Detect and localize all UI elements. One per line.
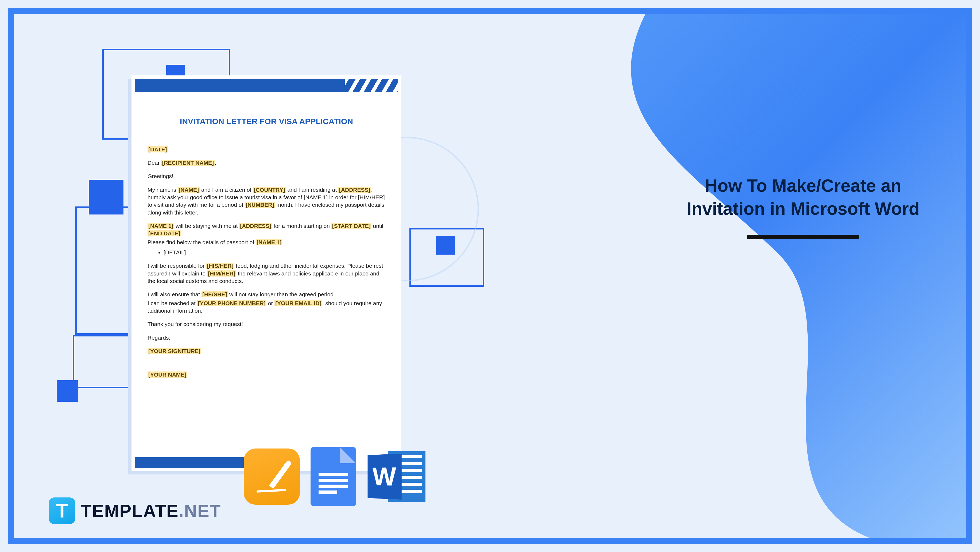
- title-underline: [747, 235, 859, 239]
- page-title-area: How To Make/Create an Invitation in Micr…: [683, 174, 923, 239]
- wave-background: [405, 14, 966, 544]
- brand-icon: T: [49, 498, 75, 524]
- doc-body: INVITATION LETTER FOR VISA APPLICATION […: [132, 92, 401, 395]
- paragraph-1: My name is [NAME] and I am a citizen of …: [148, 186, 385, 216]
- google-docs-icon: [310, 447, 356, 506]
- paragraph-5: I will also ensure that [HE/SHE] will no…: [148, 291, 385, 298]
- paragraph-2: [NAME 1] will be staying with me at [ADD…: [148, 222, 385, 238]
- thanks-line: Thank you for considering my request!: [148, 321, 385, 328]
- word-letter: W: [368, 453, 401, 499]
- doc-footer-bar: [135, 457, 252, 468]
- greeting: Greetings!: [148, 172, 385, 180]
- signature-field: [YOUR SIGNITURE]: [148, 348, 201, 354]
- detail-item: [DETAIL]: [164, 249, 385, 256]
- brand-text: TEMPLATE.NET: [81, 501, 221, 521]
- date-field: [DATE]: [148, 146, 168, 152]
- paragraph-3: Please find below the details of passpor…: [148, 239, 385, 246]
- dear-label: Dear: [148, 160, 160, 166]
- doc-header-bar: [135, 79, 398, 92]
- app-icon-row: W: [244, 447, 425, 506]
- detail-list: [DETAIL]: [164, 249, 385, 256]
- doc-title: INVITATION LETTER FOR VISA APPLICATION: [148, 116, 385, 127]
- regards-line: Regards,: [148, 334, 385, 341]
- recipient-field: [RECIPIENT NAME]: [161, 160, 215, 166]
- apple-pages-icon: [244, 448, 300, 505]
- your-name-field: [YOUR NAME]: [148, 372, 187, 378]
- document-preview: INVITATION LETTER FOR VISA APPLICATION […: [132, 75, 401, 471]
- page-title: How To Make/Create an Invitation in Micr…: [683, 174, 923, 220]
- main-frame: INVITATION LETTER FOR VISA APPLICATION […: [8, 8, 972, 544]
- docs-lines: [318, 473, 348, 496]
- brand-logo: T TEMPLATE.NET: [49, 498, 221, 524]
- paragraph-4: I will be responsible for [HIS/HER] food…: [148, 262, 385, 285]
- microsoft-word-icon: W: [367, 448, 425, 505]
- paragraph-6: I can be reached at [YOUR PHONE NUMBER] …: [148, 300, 385, 315]
- decor-square: [57, 380, 78, 402]
